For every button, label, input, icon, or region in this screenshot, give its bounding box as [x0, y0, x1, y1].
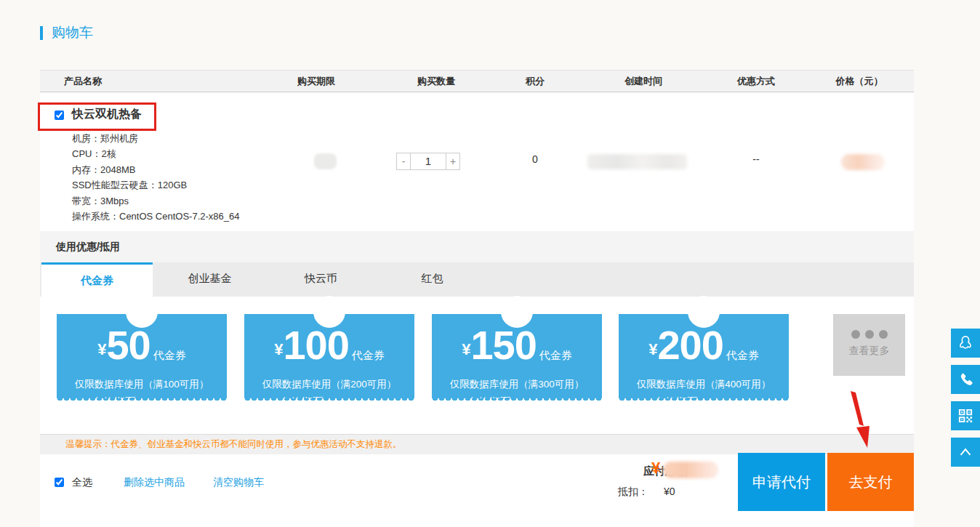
cart-panel: 产品名称 购买期限 购买数量 积分 创建时间 优惠方式 价格（元） 快云双机热备… [40, 70, 914, 527]
view-more-label: 查看更多 [833, 345, 905, 358]
deduction-value: ¥0 [664, 486, 675, 497]
back-to-top-button[interactable] [951, 438, 980, 467]
coupon-condition: 仅限数据库使用（满200可用） [244, 378, 414, 391]
total-amount-redacted [663, 462, 718, 478]
col-quantity: 购买数量 [393, 71, 480, 92]
spec-memory: 内存：2048MB [72, 162, 239, 177]
col-created-time: 创建时间 [600, 71, 687, 92]
coupon-notch [313, 296, 345, 328]
coupon-unit: 代金券 [539, 349, 572, 361]
view-more-button[interactable]: 查看更多 [833, 314, 905, 376]
col-points: 积分 [491, 71, 579, 92]
coupon-scallop-edge [619, 398, 789, 402]
promo-section-title: 使用优惠/抵用 [56, 241, 120, 252]
select-all-label: 全选 [72, 476, 92, 489]
coupon-unit: 代金券 [153, 349, 186, 361]
table-header-row: 产品名称 购买期限 购买数量 积分 创建时间 优惠方式 价格（元） [40, 70, 914, 92]
coupon-amount: 200 [657, 322, 723, 368]
coupon-validity: 有效期至2018-02-01 [57, 395, 227, 409]
deduction-label: 抵扣： [618, 486, 648, 499]
coupon-currency: ¥ [648, 340, 657, 358]
spec-cpu: CPU：2核 [72, 146, 239, 161]
notice-text: 温馨提示：代金券、创业基金和快云币都不能同时使用，参与优惠活动不支持退款。 [65, 439, 402, 449]
tab-kuaiyun-coin[interactable]: 快云币 [265, 262, 377, 297]
qrcode-icon [956, 406, 975, 425]
col-discount-method: 优惠方式 [712, 71, 800, 92]
coupon-notch [126, 296, 158, 328]
created-time-redacted [587, 154, 687, 169]
notice-bar: 温馨提示：代金券、创业基金和快云币都不能同时使用，参与优惠活动不支持退款。 [40, 434, 914, 454]
tab-voucher[interactable]: 代金券 [41, 262, 153, 297]
coupon-amount: 150 [470, 322, 536, 368]
coupon-amount: 50 [106, 322, 150, 368]
product-specs: 机房：郑州机房 CPU：2核 内存：2048MB SSD性能型云硬盘：120GB… [72, 131, 239, 224]
coupon-scallop-edge [57, 398, 227, 402]
coupon-unit: 代金券 [726, 349, 759, 361]
qq-contact-button[interactable] [951, 329, 980, 358]
qrcode-contact-button[interactable] [951, 401, 980, 430]
coupon-validity: 有效期至2018-02-01 [432, 395, 602, 409]
annotation-red-arrow [838, 390, 881, 449]
total-currency: ¥ [651, 459, 660, 478]
coupon-validity: 有效期至2018-02-01 [244, 395, 414, 409]
coupon-currency: ¥ [274, 340, 283, 358]
promo-tabs: 代金券 创业基金 快云币 红包 [40, 262, 914, 297]
coupon-scallop-edge [432, 398, 602, 402]
purchase-term-redacted [314, 153, 337, 169]
coupon-currency: ¥ [462, 340, 470, 358]
coupon-150[interactable]: ¥150代金券 仅限数据库使用（满300可用） 有效期至2018-02-01 [432, 314, 602, 398]
points-value: 0 [491, 153, 579, 165]
apply-proxy-pay-button[interactable]: 申请代付 [738, 453, 825, 511]
spec-datacenter: 机房：郑州机房 [72, 131, 239, 146]
coupon-notch [501, 296, 533, 328]
back-to-top-icon [956, 443, 975, 462]
coupon-condition: 仅限数据库使用（满400可用） [619, 378, 789, 391]
col-price: 价格（元） [816, 71, 903, 92]
phone-icon [957, 371, 974, 388]
ellipsis-icon [833, 330, 905, 339]
delete-selected-link[interactable]: 删除选中商品 [124, 476, 185, 489]
select-all-checkbox[interactable] [55, 478, 64, 487]
tab-startup-fund[interactable]: 创业基金 [154, 262, 265, 297]
discount-method-value: -- [712, 153, 800, 165]
annotation-red-box [38, 102, 156, 131]
tab-red-packet[interactable]: 红包 [377, 262, 488, 297]
quantity-stepper: - 1 + [396, 153, 460, 170]
coupon-unit: 代金券 [352, 349, 385, 361]
quantity-increase-button[interactable]: + [446, 153, 460, 170]
coupon-currency: ¥ [97, 340, 106, 358]
coupon-50[interactable]: ¥50代金券 仅限数据库使用（满100可用） 有效期至2018-02-01 [57, 314, 227, 398]
spec-bandwidth: 带宽：3Mbps [72, 193, 239, 209]
coupon-amount: 100 [283, 322, 348, 368]
qq-icon [956, 334, 975, 353]
quantity-input[interactable]: 1 [411, 153, 446, 170]
spec-disk: SSD性能型云硬盘：120GB [72, 177, 239, 193]
go-pay-button[interactable]: 去支付 [827, 453, 914, 511]
coupon-200[interactable]: ¥200代金券 仅限数据库使用（满400可用） 有效期至2018-02-01 [619, 314, 789, 398]
spec-os: 操作系统：CentOS CentOS-7.2-x86_64 [72, 209, 239, 224]
clear-cart-link[interactable]: 清空购物车 [213, 476, 264, 489]
promo-section-bar: 使用优惠/抵用 [40, 231, 914, 262]
coupon-validity: 有效期至2018-02-01 [619, 395, 789, 409]
page-title-text: 购物车 [52, 23, 93, 42]
col-product-name: 产品名称 [64, 71, 102, 92]
phone-contact-button[interactable] [951, 365, 980, 394]
coupon-notch [688, 296, 720, 328]
coupon-condition: 仅限数据库使用（满100可用） [57, 378, 227, 391]
coupon-scallop-edge [244, 398, 414, 402]
coupon-condition: 仅限数据库使用（满300可用） [432, 378, 602, 391]
coupon-100[interactable]: ¥100代金券 仅限数据库使用（满200可用） 有效期至2018-02-01 [244, 314, 414, 398]
quantity-decrease-button[interactable]: - [396, 153, 411, 170]
col-purchase-term: 购买期限 [273, 71, 360, 92]
page-title: 购物车 [40, 23, 93, 42]
price-redacted [841, 154, 885, 170]
title-accent-bar [40, 26, 43, 40]
